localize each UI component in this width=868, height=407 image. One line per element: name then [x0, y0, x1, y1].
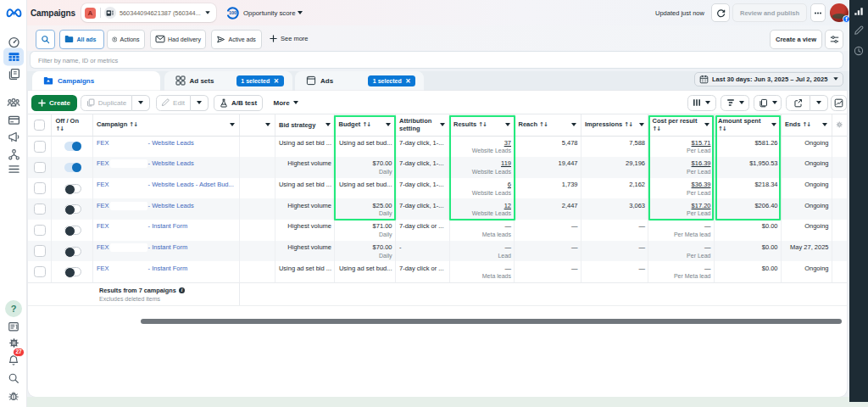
header-bid-strategy[interactable]: Bid strategy — [275, 114, 336, 136]
user-avatar[interactable]: f — [830, 3, 849, 22]
opportunity-score-label[interactable]: Opportunity score — [243, 9, 296, 17]
reach-cell: — — [515, 220, 581, 241]
campaign-name-cell[interactable]: FEX- Instant Form — [93, 261, 240, 282]
campaign-name-cell[interactable]: FEX- Instant Form — [93, 241, 240, 262]
header-budget[interactable]: Budget ↑↓ — [335, 114, 396, 136]
chevron-down-icon[interactable] — [386, 123, 391, 126]
create-a-view-button[interactable]: Create a view — [770, 30, 822, 49]
clear-selection-icon[interactable]: ✕ — [274, 77, 279, 85]
ab-test-button[interactable]: A/B test — [214, 95, 263, 111]
refresh-button[interactable] — [711, 3, 730, 22]
campaign-name-cell[interactable]: FEX- Website Leads — [93, 137, 240, 158]
billing-icon[interactable] — [4, 110, 23, 129]
horizontal-scrollbar[interactable] — [141, 319, 842, 324]
meta-logo[interactable] — [4, 3, 23, 21]
charts-icon[interactable] — [854, 6, 864, 16]
reports-button[interactable] — [754, 95, 782, 111]
header-campaign[interactable]: Campaign ↑↓ — [93, 114, 240, 136]
edit-pencil-icon[interactable] — [854, 25, 864, 36]
chevron-down-icon[interactable] — [505, 123, 510, 126]
header-ends[interactable]: Ends ↑↓ — [782, 114, 832, 136]
filter-pill-actions[interactable]: Actions — [107, 30, 145, 49]
audiences-icon[interactable] — [4, 92, 23, 111]
notifications-bell-icon[interactable]: 27 — [4, 351, 23, 370]
header-attribution[interactable]: Attribution setting — [396, 114, 450, 136]
header-amount-spent[interactable]: Amount spent ↑↓ — [715, 114, 782, 136]
ads-reporting-icon[interactable] — [4, 65, 23, 84]
all-tools-menu-icon[interactable] — [4, 159, 23, 178]
header-results[interactable]: Results ↑↓ — [450, 114, 515, 136]
more-options-button[interactable] — [810, 3, 826, 22]
row-checkbox[interactable] — [34, 225, 46, 237]
filter-search-input[interactable]: Filter by name, ID or metrics — [31, 52, 843, 69]
filter-pill-had-delivery[interactable]: Had delivery — [150, 30, 207, 49]
row-checkbox[interactable] — [34, 182, 46, 194]
campaign-name-cell[interactable]: FEX- Instant Form — [93, 220, 240, 241]
campaign-toggle[interactable] — [64, 163, 81, 172]
chevron-down-icon[interactable] — [704, 123, 709, 126]
sidebar-search-icon[interactable] — [4, 369, 23, 387]
chevron-down-icon[interactable] — [265, 123, 270, 126]
tab-ads[interactable]: Ads 1 selected✕ — [295, 71, 424, 91]
help-icon[interactable]: ? — [4, 299, 23, 318]
row-checkbox[interactable] — [34, 204, 46, 215]
report-bug-icon[interactable] — [4, 387, 23, 405]
row-checkbox[interactable] — [34, 141, 46, 153]
filter-pill-active-ads[interactable]: Active ads — [211, 30, 262, 49]
header-off-on[interactable]: Off / On ↑↓ — [52, 114, 93, 136]
adsets-selected-badge[interactable]: 1 selected✕ — [236, 75, 284, 86]
clear-selection-icon[interactable]: ✕ — [405, 77, 410, 85]
account-selector[interactable]: A 560344094621387 (560344... — [81, 3, 216, 22]
history-clock-icon[interactable] — [854, 46, 864, 56]
campaign-toggle[interactable] — [64, 142, 81, 151]
header-cost-per-result[interactable]: Cost per result ↑↓ — [648, 114, 715, 136]
search-filter-button[interactable] — [36, 30, 55, 49]
campaign-toggle[interactable] — [64, 226, 81, 235]
duplicate-button[interactable]: Duplicate — [81, 95, 132, 111]
header-extra[interactable] — [240, 114, 275, 136]
chevron-down-icon[interactable] — [440, 123, 445, 126]
campaigns-nav-icon[interactable] — [3, 47, 24, 65]
chevron-down-icon[interactable] — [771, 123, 776, 126]
info-icon[interactable]: i — [179, 287, 186, 294]
edit-caret-button[interactable] — [191, 95, 209, 111]
tab-campaigns[interactable]: Campaigns — [32, 71, 160, 91]
campaign-toggle[interactable] — [64, 247, 81, 256]
more-menu[interactable]: More — [274, 95, 298, 111]
chevron-down-icon[interactable] — [639, 123, 644, 126]
row-checkbox[interactable] — [34, 266, 46, 278]
header-reach[interactable]: Reach ↑↓ — [515, 114, 581, 136]
campaign-toggle[interactable] — [64, 184, 81, 193]
campaign-toggle[interactable] — [64, 267, 81, 276]
ads-selected-badge[interactable]: 1 selected✕ — [368, 75, 415, 86]
see-more-filters[interactable]: See more — [270, 35, 309, 42]
filter-pill-all-ads[interactable]: All ads — [59, 30, 104, 49]
review-and-publish-button[interactable]: Review and publish — [732, 3, 807, 22]
export-caret-button[interactable] — [810, 95, 828, 111]
breakdown-button[interactable] — [721, 95, 749, 111]
edit-button[interactable]: Edit — [156, 95, 191, 111]
chevron-down-icon[interactable] — [571, 123, 576, 126]
export-button[interactable] — [786, 95, 810, 111]
campaign-name-cell[interactable]: FEX- Website Leads — [93, 198, 240, 220]
date-range-selector[interactable]: Last 30 days: Jun 3, 2025 – Jul 2, 2025 — [694, 72, 843, 86]
create-button[interactable]: Create — [31, 95, 77, 111]
row-checkbox[interactable] — [34, 162, 46, 174]
chevron-down-icon[interactable] — [230, 123, 235, 126]
tab-ad-sets[interactable]: Ad sets 1 selected✕ — [164, 71, 292, 91]
header-impressions[interactable]: Impressions ↑↓ — [581, 114, 649, 136]
header-select-all[interactable] — [28, 114, 53, 136]
chevron-down-icon[interactable] — [822, 123, 827, 126]
view-settings-button[interactable] — [825, 30, 843, 49]
advertise-megaphone-icon[interactable] — [4, 127, 23, 146]
campaign-name-cell[interactable]: FEX- Website Leads - Adset Bud... — [93, 178, 240, 199]
select-all-checkbox[interactable] — [34, 120, 46, 131]
row-checkbox[interactable] — [34, 245, 46, 257]
campaign-toggle[interactable] — [64, 204, 81, 214]
chart-view-button[interactable] — [831, 95, 848, 111]
duplicate-caret-button[interactable] — [132, 95, 150, 111]
columns-button[interactable] — [687, 95, 717, 111]
header-settings[interactable] — [832, 114, 848, 136]
chevron-down-icon[interactable] — [326, 123, 331, 126]
campaign-name-cell[interactable]: FEX- Website Leads — [93, 157, 240, 178]
